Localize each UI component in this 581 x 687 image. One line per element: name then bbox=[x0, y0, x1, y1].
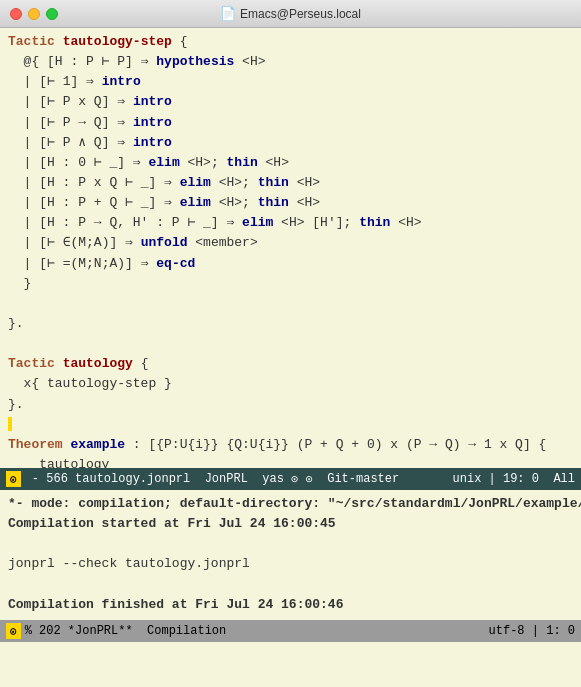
modeline-sep1: | bbox=[481, 472, 503, 486]
modeline-linecount: 566 bbox=[46, 472, 68, 486]
traffic-lights bbox=[10, 8, 58, 20]
modeline-filename: tautology.jonprl bbox=[68, 472, 205, 486]
editor-area[interactable]: Tactic tautology-step { @{ [H : P ⊢ P] ⇒… bbox=[0, 28, 581, 468]
bottom-modeline-indicator: ⊙ bbox=[6, 623, 21, 639]
modeline-branch: Git-master bbox=[327, 472, 399, 486]
modeline-yas: yas bbox=[248, 472, 291, 486]
code-content: Tactic tautology-step { @{ [H : P ⊢ P] ⇒… bbox=[8, 32, 573, 415]
minibuffer: *- mode: compilation; default-directory:… bbox=[0, 490, 581, 620]
bottom-percent: % 202 bbox=[25, 624, 61, 638]
modeline-bottom: ⊙ % 202 *JonPRL** Compilation utf-8 | 1:… bbox=[0, 620, 581, 642]
window-title: Emacs@Perseus.local bbox=[240, 7, 361, 21]
modeline-linenum: - bbox=[25, 472, 47, 486]
bottom-mode: Compilation bbox=[147, 624, 226, 638]
cursor-bar bbox=[8, 417, 12, 431]
close-button[interactable] bbox=[10, 8, 22, 20]
modeline-minor2: ⊙ bbox=[291, 472, 298, 487]
bottom-position: 1: 0 bbox=[546, 624, 575, 638]
modeline-sep2 bbox=[539, 472, 553, 486]
modeline-mode: JonPRL bbox=[205, 472, 248, 486]
file-icon: 📄 bbox=[220, 6, 236, 22]
bottom-sep: | bbox=[525, 624, 547, 638]
titlebar: 📄 Emacs@Perseus.local bbox=[0, 0, 581, 28]
compilation-output: *- mode: compilation; default-directory:… bbox=[8, 494, 573, 615]
modeline-encoding: unix bbox=[453, 472, 482, 486]
minimize-button[interactable] bbox=[28, 8, 40, 20]
modeline-top: ⊙ - 566 tautology.jonprl JonPRL yas ⊙ ⊙ … bbox=[0, 468, 581, 490]
bottom-encoding: utf-8 bbox=[489, 624, 525, 638]
modeline-minor3: ⊙ bbox=[298, 472, 327, 487]
theorem-content: Theorem example : [{P:U{i}} {Q:U{i}} (P … bbox=[8, 435, 573, 468]
maximize-button[interactable] bbox=[46, 8, 58, 20]
modeline-indicator: ⊙ bbox=[6, 471, 21, 487]
modeline-scroll: All bbox=[553, 472, 575, 486]
bottom-buffer: *JonPRL** bbox=[61, 624, 147, 638]
modeline-position: 19: 0 bbox=[503, 472, 539, 486]
